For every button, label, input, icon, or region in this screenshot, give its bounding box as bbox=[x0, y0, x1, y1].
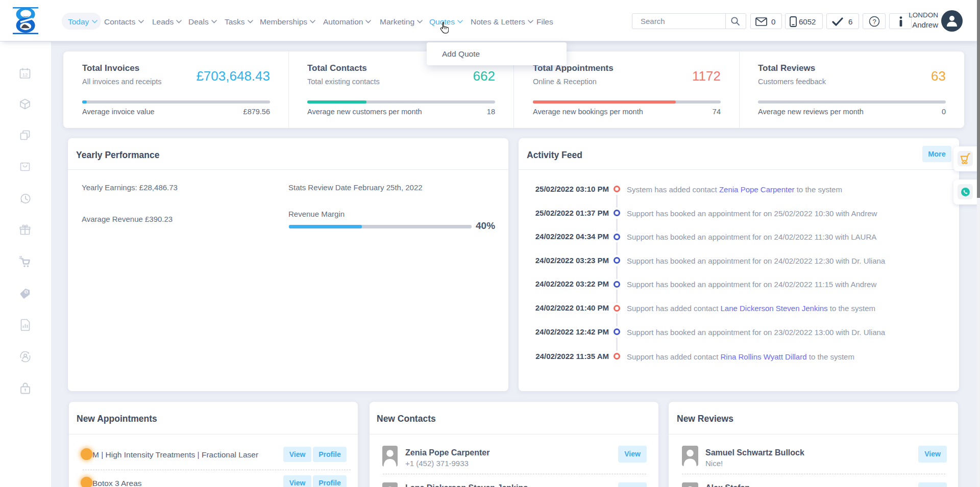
svg-text:12: 12 bbox=[22, 72, 28, 78]
